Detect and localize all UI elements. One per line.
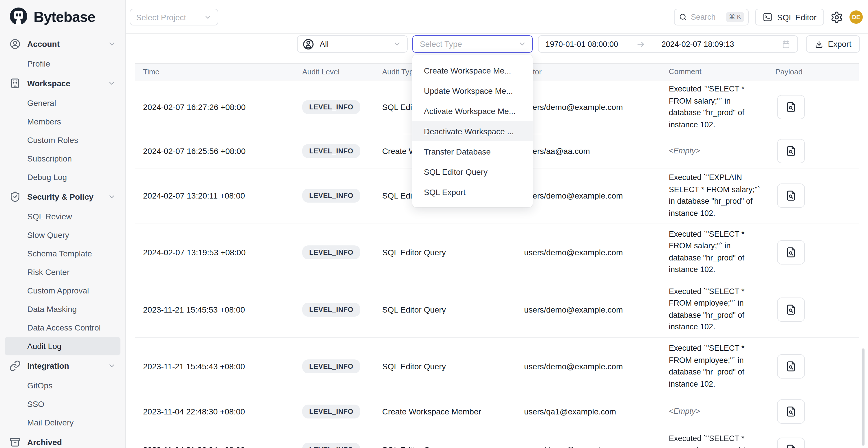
level-badge: LEVEL_INFO [302, 359, 360, 373]
sidebar-section-label: Security & Policy [27, 192, 108, 201]
export-label: Export [828, 39, 851, 49]
chevron-down-icon [108, 362, 116, 370]
sidebar-item-data-access-control[interactable]: Data Access Control [0, 318, 125, 337]
cell-actor: users/demo@example.com [524, 248, 623, 257]
cell-time: 2023-11-04 22:48:30 +08:00 [143, 407, 245, 416]
file-search-icon [785, 406, 797, 417]
actor-filter-select[interactable]: All [297, 35, 408, 53]
project-select-placeholder: Select Project [136, 12, 186, 22]
sidebar-item-sql-review[interactable]: SQL Review [0, 207, 125, 226]
sidebar-item-debug-log[interactable]: Debug Log [0, 168, 125, 186]
table-row: 2023-11-21 15:45:53 +08:00 LEVEL_INFO SQ… [135, 281, 859, 338]
sidebar-section-account[interactable]: Account [0, 34, 125, 55]
menu-item-deactivate-workspace-member[interactable]: Deactivate Workspace ... [412, 121, 533, 141]
table-row: 2024-02-07 13:19:53 +08:00 LEVEL_INFO SQ… [135, 223, 859, 281]
cell-comment: Executed `"SELECT * FROM salary;"` in da… [669, 228, 760, 276]
chevron-down-icon [204, 13, 212, 21]
payload-view-button[interactable] [777, 438, 805, 448]
payload-view-button[interactable] [777, 240, 805, 264]
sidebar-item-slow-query[interactable]: Slow Query [0, 226, 125, 244]
sidebar-item-sso[interactable]: SSO [0, 395, 125, 413]
cell-comment: Executed `"SELECT * FROM salary;"` in da… [669, 83, 760, 131]
cell-audit-level: LEVEL_INFO [302, 245, 360, 259]
file-search-icon [785, 145, 797, 157]
bytebase-logo-icon [8, 6, 29, 27]
chevron-down-icon [108, 79, 116, 87]
menu-item-activate-workspace-member[interactable]: Activate Workspace Me... [412, 101, 533, 121]
cell-actor: users/qa1@example.com [524, 407, 616, 416]
payload-view-button[interactable] [777, 139, 805, 163]
cell-time: 2024-02-07 16:25:56 +08:00 [143, 147, 246, 156]
menu-item-transfer-database[interactable]: Transfer Database [412, 141, 533, 161]
person-filter-icon [302, 38, 314, 50]
terminal-icon [763, 12, 772, 22]
sql-editor-label: SQL Editor [777, 12, 816, 22]
menu-item-update-workspace-member[interactable]: Update Workspace Me... [412, 81, 533, 101]
app-root: Bytebase Account Profile Workspace Gener… [0, 0, 868, 448]
search-placeholder: Search [691, 13, 726, 22]
cell-audit-type: SQL Editor Query [382, 248, 446, 257]
gear-icon[interactable] [830, 11, 843, 24]
sidebar-section-label: Workspace [27, 79, 108, 88]
cell-audit-level: LEVEL_INFO [302, 189, 360, 202]
type-filter-select[interactable]: Select Type [412, 35, 533, 53]
archive-icon [9, 437, 21, 448]
payload-view-button[interactable] [777, 297, 805, 322]
arrow-right-icon [637, 40, 645, 48]
export-button[interactable]: Export [806, 35, 860, 53]
payload-view-button[interactable] [777, 399, 805, 424]
cell-comment: Executed `"EXPLAIN SELECT * FROM salary;… [669, 172, 760, 219]
cell-payload [777, 240, 805, 264]
payload-view-button[interactable] [777, 354, 805, 379]
cell-comment: <Empty> [669, 145, 760, 157]
sidebar-item-audit-log[interactable]: Audit Log [5, 337, 120, 355]
menu-item-create-workspace-member[interactable]: Create Workspace Me... [412, 60, 533, 81]
sidebar-item-data-masking[interactable]: Data Masking [0, 300, 125, 318]
table-row: 2023-11-21 15:45:43 +08:00 LEVEL_INFO SQ… [135, 338, 859, 395]
building-icon [9, 77, 21, 89]
chevron-down-icon [518, 40, 526, 48]
sidebar-item-profile[interactable]: Profile [0, 55, 125, 73]
sidebar-section-integration[interactable]: Integration [0, 355, 125, 376]
level-badge: LEVEL_INFO [302, 443, 360, 448]
sidebar-item-risk-center[interactable]: Risk Center [0, 263, 125, 281]
vertical-scrollbar[interactable] [862, 348, 865, 446]
sidebar-item-custom-roles[interactable]: Custom Roles [0, 131, 125, 149]
cell-time: 2023-11-04 21:26:34 +08:00 [143, 445, 245, 448]
cell-audit-level: LEVEL_INFO [302, 144, 360, 158]
brand-name: Bytebase [34, 8, 95, 25]
sidebar-section-label: Integration [27, 361, 108, 371]
sidebar-item-members[interactable]: Members [0, 112, 125, 131]
cell-audit-type: SQL Editor Query [382, 445, 446, 448]
sidebar-item-general[interactable]: General [0, 94, 125, 112]
cell-audit-level: LEVEL_INFO [302, 100, 360, 114]
sidebar-item-gitops[interactable]: GitOps [0, 376, 125, 395]
sidebar-item-subscription[interactable]: Subscription [0, 149, 125, 168]
menu-item-sql-editor-query[interactable]: SQL Editor Query [412, 161, 533, 182]
search-input[interactable]: Search ⌘ K [674, 9, 749, 26]
date-to-value: 2024-02-07 18:09:13 [661, 40, 734, 48]
sidebar-item-schema-template[interactable]: Schema Template [0, 244, 125, 263]
avatar[interactable]: DE [849, 10, 863, 24]
cell-audit-level: LEVEL_INFO [302, 359, 360, 373]
level-badge: LEVEL_INFO [302, 405, 360, 418]
payload-view-button[interactable] [777, 95, 805, 119]
sidebar-item-custom-approval[interactable]: Custom Approval [0, 281, 125, 300]
sidebar-item-mail-delivery[interactable]: Mail Delivery [0, 413, 125, 432]
shield-check-icon [9, 191, 21, 202]
cell-audit-type: SQL Editor Query [382, 362, 446, 371]
sidebar-section-security-policy[interactable]: Security & Policy [0, 186, 125, 207]
project-select[interactable]: Select Project [130, 9, 218, 26]
date-range-picker[interactable]: 1970-01-01 08:00:00 2024-02-07 18:09:13 [538, 35, 798, 53]
payload-view-button[interactable] [777, 184, 805, 208]
type-select-placeholder: Select Type [420, 39, 462, 49]
calendar-icon [782, 40, 790, 48]
brand-logo[interactable]: Bytebase [0, 0, 125, 34]
sidebar-section-archived[interactable]: Archived [0, 432, 125, 448]
cell-audit-level: LEVEL_INFO [302, 405, 360, 418]
cell-actor: users/demo@example.com [524, 305, 623, 314]
cell-comment: Executed `"SELECT * FROM department;"` i… [669, 433, 760, 448]
menu-item-sql-export[interactable]: SQL Export [412, 182, 533, 202]
sidebar-section-workspace[interactable]: Workspace [0, 73, 125, 94]
sql-editor-button[interactable]: SQL Editor [755, 9, 824, 26]
